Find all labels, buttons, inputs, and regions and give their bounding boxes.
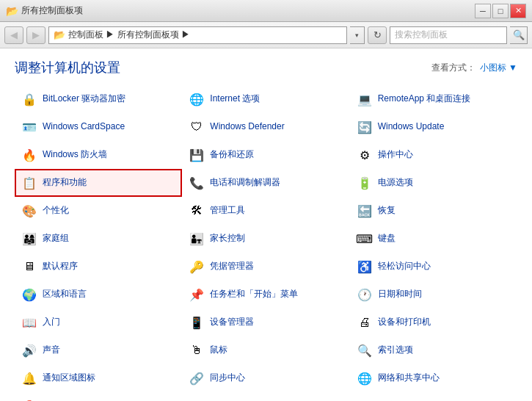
item-icon: 💻 xyxy=(356,90,374,108)
item-label: Windows Defender xyxy=(210,121,284,133)
item-label: 家长控制 xyxy=(210,233,245,245)
item-icon: 🔥 xyxy=(21,146,38,164)
items-grid: 🔒BitLocker 驱动器加密🌐Internet 选项💻RemoteApp 和… xyxy=(0,82,532,401)
list-item[interactable]: 🖨设备和打印机 xyxy=(350,308,517,336)
list-item[interactable]: 💻系统 xyxy=(350,392,517,401)
item-label: 管理工具 xyxy=(210,205,245,217)
titlebar-left: 📂 所有控制面板项 xyxy=(6,4,83,17)
list-item[interactable]: 📋程序和功能 xyxy=(15,169,182,197)
item-label: 区域和语言 xyxy=(43,289,87,300)
list-item[interactable]: 💾备份和还原 xyxy=(182,141,349,169)
back-button[interactable]: ◀ xyxy=(4,26,23,44)
list-item[interactable]: 🛡Windows Defender xyxy=(182,113,349,141)
list-item[interactable]: 🖥默认程序 xyxy=(15,253,182,281)
list-item[interactable]: 🔒BitLocker 驱动器加密 xyxy=(15,85,182,113)
view-selector[interactable]: 小图标 ▼ xyxy=(480,62,517,74)
list-item[interactable]: ♿轻松访问中心 xyxy=(350,253,517,281)
page-title: 调整计算机的设置 xyxy=(15,59,120,76)
item-icon: 🔙 xyxy=(356,202,374,220)
list-item[interactable]: 🔔通知区域图标 xyxy=(15,364,182,392)
list-item[interactable]: 💻RemoteApp 和桌面连接 xyxy=(350,85,517,113)
titlebar: 📂 所有控制面板项 ─ □ ✕ xyxy=(0,0,532,22)
item-icon: 📌 xyxy=(188,286,205,303)
list-item[interactable]: 👨‍👩‍👧家庭组 xyxy=(15,225,182,253)
titlebar-icon: 📂 xyxy=(6,5,18,17)
item-icon: 💾 xyxy=(188,146,205,164)
item-label: 日期和时间 xyxy=(378,289,422,300)
list-item[interactable]: 🔙恢复 xyxy=(350,197,517,225)
minimize-button[interactable]: ─ xyxy=(475,4,491,18)
list-item[interactable]: 🛠管理工具 xyxy=(182,197,349,225)
list-item[interactable]: 🕐日期和时间 xyxy=(350,281,517,308)
item-label: 凭据管理器 xyxy=(210,261,254,272)
list-item[interactable]: ⚙操作中心 xyxy=(350,141,517,169)
search-button[interactable]: 🔍 xyxy=(510,26,528,44)
list-item[interactable]: 🔍索引选项 xyxy=(350,336,517,364)
address-text: 控制面板 ▶ 所有控制面板项 ▶ xyxy=(68,29,190,41)
addressbar: ◀ ▶ 📂 控制面板 ▶ 所有控制面板项 ▶ ▾ ↻ 搜索控制面板 🔍 xyxy=(0,22,532,48)
item-icon: 🔔 xyxy=(21,369,38,387)
list-item[interactable]: 🌐Internet 选项 xyxy=(182,85,349,113)
item-icon: 🔋 xyxy=(356,174,374,192)
list-item[interactable]: 🖱鼠标 xyxy=(182,336,349,364)
item-icon: ⌨ xyxy=(356,230,374,248)
search-input[interactable]: 搜索控制面板 xyxy=(390,26,507,44)
list-item[interactable]: 📞电话和调制解调器 xyxy=(182,169,349,197)
item-label: 设备管理器 xyxy=(210,317,254,328)
list-item[interactable]: 🌐网络和共享中心 xyxy=(350,364,517,392)
item-icon: 👨‍👧 xyxy=(188,230,205,248)
list-item[interactable]: 🔥Windows 防火墙 xyxy=(15,141,182,169)
list-item[interactable]: 📌任务栏和「开始」菜单 xyxy=(182,281,349,308)
item-icon: 🌐 xyxy=(188,90,205,108)
list-item[interactable]: 📁文件夹选项 xyxy=(182,392,349,401)
item-label: 任务栏和「开始」菜单 xyxy=(210,289,298,300)
item-label: Windows 防火墙 xyxy=(43,149,107,161)
list-item[interactable]: 📖入门 xyxy=(15,308,182,336)
list-item[interactable]: 🔑凭据管理器 xyxy=(182,253,349,281)
item-label: 设备和打印机 xyxy=(378,317,431,328)
item-label: 恢复 xyxy=(378,205,396,217)
list-item[interactable]: 🌍区域和语言 xyxy=(15,281,182,308)
item-icon: 📞 xyxy=(188,174,205,192)
list-item[interactable]: 📱设备管理器 xyxy=(182,308,349,336)
item-label: Windows Update xyxy=(378,121,445,133)
close-button[interactable]: ✕ xyxy=(510,4,526,18)
item-label: 备份和还原 xyxy=(210,149,254,161)
item-icon: 🔗 xyxy=(188,369,205,387)
maximize-button[interactable]: □ xyxy=(492,4,509,18)
view-label: 查看方式： xyxy=(431,62,475,74)
list-item[interactable]: 🔊声音 xyxy=(15,336,182,364)
refresh-button[interactable]: ↻ xyxy=(368,26,387,44)
item-icon: 🛡 xyxy=(188,118,205,136)
item-icon: 🔄 xyxy=(356,118,374,136)
item-label: 操作中心 xyxy=(378,149,413,161)
list-item[interactable]: 📍位置和其他传感器 xyxy=(15,392,182,401)
item-label: 电源选项 xyxy=(378,177,413,189)
list-item[interactable]: 🪪Windows CardSpace xyxy=(15,113,182,141)
list-item[interactable]: ⌨键盘 xyxy=(350,225,517,253)
search-icon: 🔍 xyxy=(513,29,525,40)
address-bar[interactable]: 📂 控制面板 ▶ 所有控制面板项 ▶ xyxy=(48,26,347,44)
item-label: Internet 选项 xyxy=(210,93,260,105)
list-item[interactable]: 🔗同步中心 xyxy=(182,364,349,392)
list-item[interactable]: 🔄Windows Update xyxy=(350,113,517,141)
item-icon: 🛠 xyxy=(188,202,205,220)
item-label: BitLocker 驱动器加密 xyxy=(43,93,125,105)
list-item[interactable]: 👨‍👧家长控制 xyxy=(182,225,349,253)
item-icon: 📖 xyxy=(21,314,38,331)
list-item[interactable]: 🎨个性化 xyxy=(15,197,182,225)
list-item[interactable]: 🔋电源选项 xyxy=(350,169,517,197)
address-dropdown[interactable]: ▾ xyxy=(350,26,365,44)
item-icon: 🔑 xyxy=(188,258,205,275)
item-label: 家庭组 xyxy=(43,233,69,245)
content-header: 调整计算机的设置 查看方式： 小图标 ▼ xyxy=(0,48,532,82)
content-area: 调整计算机的设置 查看方式： 小图标 ▼ 🔒BitLocker 驱动器加密🌐In… xyxy=(0,48,532,401)
item-label: 索引选项 xyxy=(378,344,413,356)
titlebar-title: 所有控制面板项 xyxy=(21,4,83,17)
forward-button[interactable]: ▶ xyxy=(26,26,45,44)
item-icon: 🌐 xyxy=(356,369,374,387)
item-icon: 🔒 xyxy=(21,90,38,108)
titlebar-controls: ─ □ ✕ xyxy=(475,4,526,18)
item-label: 电话和调制解调器 xyxy=(210,177,280,189)
view-control: 查看方式： 小图标 ▼ xyxy=(431,62,517,74)
